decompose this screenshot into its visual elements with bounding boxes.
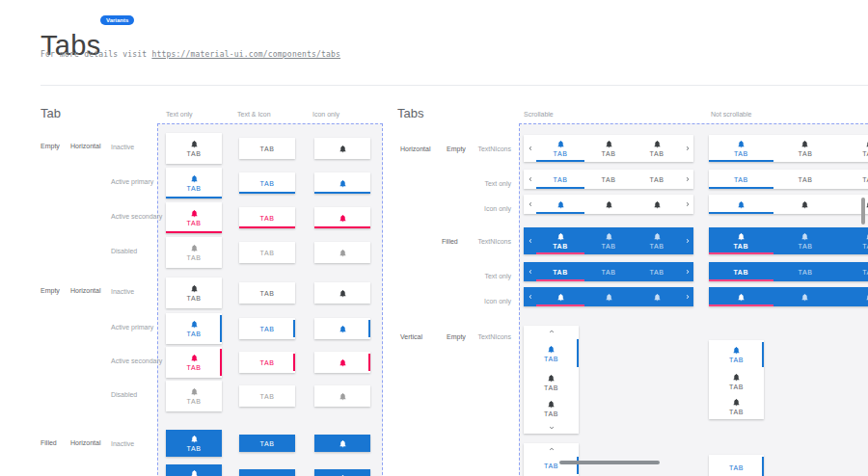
tab[interactable]: TAB [773,227,838,254]
scroll-right-button[interactable] [681,227,693,254]
tab[interactable]: TAB [536,262,584,281]
tab-label: TAB [733,269,748,276]
tab[interactable] [633,195,681,214]
tab[interactable] [314,242,370,263]
tab[interactable]: TAB [536,227,584,254]
tab[interactable]: TAB [633,227,681,254]
tab[interactable]: TAB [837,170,868,189]
scroll-left-button[interactable] [524,135,536,162]
tab[interactable]: TAB [239,207,295,228]
tab[interactable] [314,352,370,373]
active-indicator [293,354,295,371]
tab[interactable] [314,172,370,194]
scroll-left-button[interactable] [524,262,536,281]
tab[interactable]: TAB [536,135,584,162]
scroll-right-button[interactable] [681,170,693,189]
tab[interactable]: TAB [239,435,295,452]
tab[interactable]: TAB [166,430,222,457]
tab[interactable]: TAB [837,135,868,162]
scroll-left-button[interactable] [524,170,536,189]
tab[interactable]: TAB [536,170,584,189]
tab[interactable] [584,287,633,306]
scroll-up-button[interactable] [545,326,557,337]
tab[interactable]: TAB [837,262,868,281]
state-label: Active primary [111,178,153,185]
tab-label: TAB [260,359,275,366]
tab[interactable]: TAB [837,227,868,254]
scroll-left-button[interactable] [524,227,536,254]
tab[interactable] [773,195,838,214]
scroll-right-button[interactable] [681,135,693,162]
tab[interactable]: TAB [166,278,222,308]
tab[interactable]: TAB [584,227,633,254]
tab[interactable]: TAB [239,469,295,476]
scroll-left-button[interactable] [524,287,536,306]
tab[interactable]: TAB [773,135,838,162]
tab[interactable]: TAB [239,385,295,407]
scroll-left-button[interactable] [524,195,536,214]
tab[interactable]: TAB [166,133,222,164]
tab[interactable] [709,195,773,214]
tab[interactable]: TAB [709,227,773,254]
tab[interactable]: TAB [239,318,295,339]
tab[interactable]: TAB [524,455,579,476]
tab[interactable]: TAB [709,170,773,189]
tab[interactable]: TAB [773,262,838,281]
tab[interactable]: TAB [524,369,579,396]
tab[interactable] [314,385,370,407]
tab[interactable]: TAB [166,168,222,198]
bell-icon [339,289,347,298]
tab[interactable]: TAB [239,172,295,194]
horizontal-scrollbar-thumb[interactable] [559,461,660,464]
vertical-scrollbar-thumb[interactable] [861,198,865,225]
tab[interactable] [314,282,370,304]
tab[interactable]: TAB [584,170,633,189]
tab[interactable] [536,287,584,306]
tab[interactable]: TAB [524,337,579,369]
tab[interactable]: TAB [709,262,773,281]
tab[interactable] [536,195,584,214]
tab[interactable]: TAB [166,313,222,344]
tab[interactable]: TAB [633,262,681,281]
tab[interactable]: TAB [166,381,222,411]
scroll-right-button[interactable] [681,287,693,306]
tab[interactable] [314,318,370,339]
tab[interactable] [709,287,773,306]
tab[interactable]: TAB [633,135,681,162]
tab[interactable]: TAB [709,135,773,162]
tab[interactable]: TAB [709,340,764,369]
tab[interactable] [837,287,868,306]
tab[interactable]: TAB [633,170,681,189]
tab[interactable] [584,195,633,214]
tab-label: TAB [862,176,868,183]
tab[interactable]: TAB [773,170,838,189]
tab[interactable] [314,435,370,452]
tab-label: TAB [602,150,616,157]
scroll-up-button[interactable] [545,443,557,455]
scroll-down-button[interactable] [545,422,557,434]
tab[interactable]: TAB [166,347,222,378]
tab[interactable] [314,469,370,476]
tab[interactable]: TAB [239,352,295,373]
docs-link[interactable]: https://material-ui.com/components/tabs [151,50,340,59]
tab[interactable] [314,138,370,159]
chevron-up-icon [548,328,556,335]
scrollable-tab-bar: TABTABTAB [524,262,693,281]
tab[interactable] [633,287,681,306]
tab[interactable]: TAB [239,242,295,263]
scroll-right-button[interactable] [681,262,693,281]
tab[interactable]: TAB [166,202,222,233]
tab[interactable]: TAB [239,282,295,304]
tab[interactable]: TAB [709,394,764,419]
tab[interactable]: TAB [584,262,633,281]
tab[interactable]: TAB [709,369,764,394]
scroll-right-button[interactable] [681,195,693,214]
tab[interactable] [773,287,838,306]
tab[interactable]: TAB [239,138,295,159]
tab[interactable]: TAB [166,237,222,268]
tab[interactable]: TAB [166,464,222,476]
tab[interactable] [314,207,370,228]
tab[interactable]: TAB [709,455,764,476]
tab[interactable]: TAB [584,135,633,162]
tab[interactable]: TAB [524,396,579,423]
